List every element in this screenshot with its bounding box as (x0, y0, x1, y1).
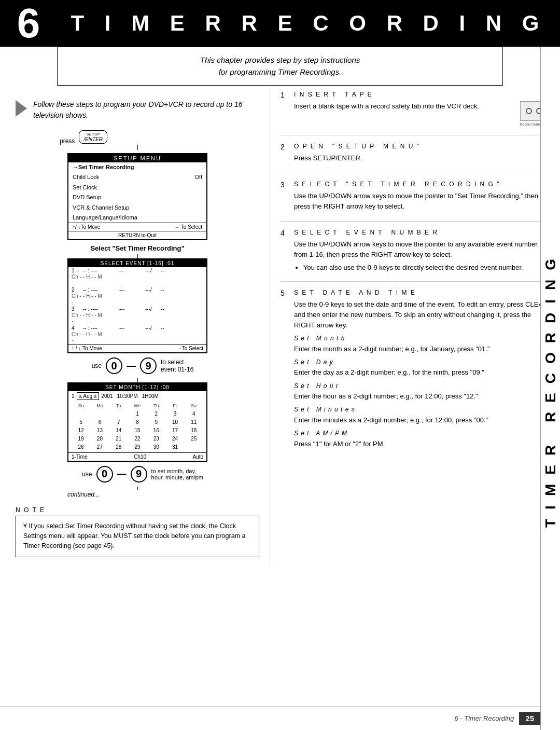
menu-item-timer: →Set Timer Recording (68, 162, 206, 172)
key-9-button: 9 (140, 357, 157, 374)
use-label-1: use (92, 362, 102, 369)
step-3-text: Use the UP/DOWN arrow keys to move the p… (294, 191, 550, 212)
step-5-text: Use the 0-9 keys to set the date and tim… (294, 299, 550, 330)
month-menu-title: SET MONTH [1-12] :08 (68, 383, 206, 391)
keys-row-2: use 0 — 9 to set month, day,hour, minute… (82, 466, 203, 483)
right-column: 1 I N S E R T T A P E Record Safety Tab … (270, 86, 560, 568)
menu-footer-quit: RETURN to Quit (68, 231, 206, 239)
step-4-title: S E L E C T E V E N T N U M B E R (294, 229, 438, 236)
connector-line (137, 145, 138, 150)
note-text: ¥ If you select Set Timer Recording with… (23, 522, 245, 550)
footer-text: 6 - Timer Recording (455, 714, 514, 722)
main-content: Follow these steps to program your DVD+V… (0, 86, 560, 568)
sub-label-ampm: S e t A M / P M (294, 429, 550, 438)
step-4-num: 4 (281, 229, 289, 237)
step-3-header: 3 S E L E C T " S E T T I M E R R E C O … (281, 181, 550, 189)
connector-line4 (137, 487, 138, 490)
menu-footer: ↑/ ↓To Move→ To Select (68, 223, 206, 231)
intro-text: Follow these steps to program your DVD+V… (33, 99, 259, 121)
month-menu-box: SET MONTH [1-12] :08 1 ≤ Aug ≥ 2001 10:3… (67, 382, 207, 461)
page-header: 6 T I M E R R E C O R D I N G (0, 0, 560, 47)
menu-item-dvd: DVD Setup (68, 192, 206, 202)
side-label: TIMER RECORDING (540, 47, 560, 730)
step-2-title: O P E N " S E T U P M E N U " (294, 143, 420, 150)
key-0b-button: 0 (96, 466, 113, 483)
sub-text-minutes: Enter the minutes as a 2-digit number; e… (294, 415, 550, 425)
step-4-bullet: You can also use the 0-9 keys to directl… (303, 263, 550, 273)
sub-text-month: Enter the month as a 2-digit number; e.g… (294, 344, 550, 354)
diagram-section: press SETUP /ENTER SETUP MENU →Set Timer… (16, 130, 259, 498)
side-label-text: TIMER RECORDING (542, 250, 559, 528)
step-1-header: 1 I N S E R T T A P E (281, 91, 550, 99)
step-2-text: Press SETUP/ENTER. (294, 153, 550, 163)
step-4-text: Use the UP/DOWN arrow keys to move the p… (294, 239, 550, 260)
left-column: Follow these steps to program your DVD+V… (0, 86, 270, 568)
press-label: press (60, 137, 75, 145)
step-4-body: Use the UP/DOWN arrow keys to move the p… (281, 239, 550, 272)
chapter-title: T I M E R R E C O R D I N G (57, 0, 560, 47)
step-1-body: Record Safety Tab Insert a blank tape wi… (281, 101, 550, 128)
setup-enter-button: SETUP /ENTER (79, 130, 107, 144)
dash-separator-2: — (117, 469, 127, 479)
event-row-4-ch: Ch --- H - - M (68, 332, 206, 344)
step-2-block: 2 O P E N " S E T U P M E N U " Press SE… (281, 143, 550, 173)
menu-item-vcr: VCR & Channel Setup (68, 203, 206, 213)
menu-item-lang: Language/Langue/Idioma (68, 213, 206, 223)
month-footer: 1-Time Ch10 Auto (68, 452, 206, 461)
note-box: ¥ If you select Set Timer Recording with… (16, 516, 259, 557)
key-0-button: 0 (106, 357, 122, 374)
event-menu-box: SELECT EVENT [1-16] :01 1→-- : ---------… (67, 258, 207, 353)
step-3-num: 3 (281, 181, 289, 189)
step-1-content: Record Safety Tab Insert a blank tape wi… (294, 101, 550, 128)
chapter-number: 6 (0, 0, 57, 47)
setup-menu-title: SETUP MENU (68, 154, 206, 162)
step-3-body: Use the UP/DOWN arrow keys to move the p… (281, 191, 550, 212)
event-row-1: 1→-- : ----------/-- (68, 267, 206, 274)
button-top-text: SETUP (83, 132, 103, 136)
press-button-group: press SETUP /ENTER (60, 130, 107, 145)
use-label-2: use (82, 471, 92, 478)
dash-separator-1: — (127, 361, 136, 371)
event-row-3: 3-- : ----------/-- (68, 306, 206, 312)
step-3-block: 3 S E L E C T " S E T T I M E R R E C O … (281, 181, 550, 222)
step-2-header: 2 O P E N " S E T U P M E N U " (281, 143, 550, 151)
month-header: 1 ≤ Aug ≥ 2001 10:30PM 1H00M (68, 391, 206, 401)
step-3-title: S E L E C T " S E T T I M E R R E C O R … (294, 181, 500, 188)
tape-reel-left (526, 108, 532, 114)
sub-label-day: S e t D a y (294, 357, 550, 367)
page-number: 25 (519, 712, 540, 725)
keys-label-2: to set month, day,hour, minute, am/pm (151, 468, 203, 480)
step-2-body: Press SETUP/ENTER. (281, 153, 550, 163)
step-5-body: Use the 0-9 keys to set the date and tim… (281, 299, 550, 449)
keys-label-1: to selectevent 01-16 (161, 359, 193, 373)
step-5-block: 5 S E T D A T E A N D T I M E Use the 0-… (281, 289, 550, 459)
event-row-2-ch: Ch --- H - - M (68, 293, 206, 306)
key-9b-button: 9 (131, 466, 147, 483)
event-row-4: 4-- : ----------/-- (68, 325, 206, 332)
step-1-block: 1 I N S E R T T A P E Record Safety Tab … (281, 91, 550, 135)
subtitle-text: This chapter provides step by step instr… (200, 56, 360, 76)
step-5-num: 5 (281, 289, 289, 297)
step-4-header: 4 S E L E C T E V E N T N U M B E R (281, 229, 550, 237)
sub-label-month: S e t M o n t h (294, 334, 550, 343)
step-4-block: 4 S E L E C T E V E N T N U M B E R Use … (281, 229, 550, 281)
event-row-3-ch: Ch --- H - - M (68, 312, 206, 325)
note-label: N O T E (16, 506, 259, 514)
step-1-title: I N S E R T T A P E (294, 91, 373, 98)
connector-line3 (137, 378, 138, 382)
continued-label: continued... (67, 491, 100, 498)
page-footer: 6 - Timer Recording 25 (0, 706, 540, 730)
intro-block: Follow these steps to program your DVD+V… (16, 99, 259, 121)
calendar-grid: Su Mo Tu We Th Fr Sa 1234 567891011 1213… (68, 401, 206, 452)
menu-item-clock: Set Clock (68, 183, 206, 192)
event-menu-title: SELECT EVENT [1-16] :01 (68, 259, 206, 267)
step-2-num: 2 (281, 143, 289, 151)
connector-line2 (137, 254, 138, 258)
sub-label-hour: S e t H o u r (294, 381, 550, 391)
sub-label-minutes: S e t M i n u t e s (294, 405, 550, 415)
sub-text-ampm: Press "1" for AM or "2" for PM. (294, 439, 550, 449)
note-section: N O T E ¥ If you select Set Timer Record… (16, 506, 259, 557)
select-label: Select "Set Timer Recording" (90, 244, 184, 252)
event-row-1-ch: Ch --- H - - M (68, 274, 206, 286)
step-5-header: 5 S E T D A T E A N D T I M E (281, 289, 550, 297)
